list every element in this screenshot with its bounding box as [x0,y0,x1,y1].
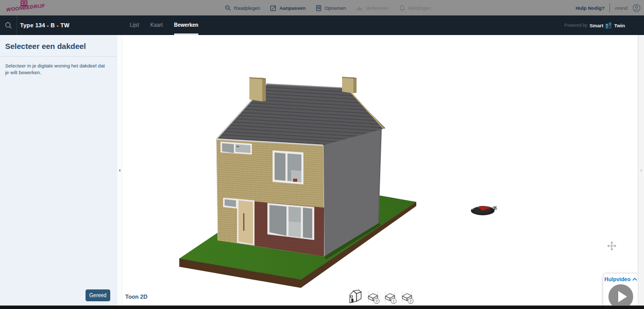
tab-kaart[interactable]: Kaart [150,15,163,35]
sidebar-heading: Selecteer een dakdeel [5,42,112,50]
done-button[interactable]: Gereed [86,289,110,301]
topbar-right: Hulp Nodig? Arend [575,0,641,15]
toggle-2d-button[interactable]: Toon 2D [125,294,147,300]
help-video-toggle[interactable]: Hulpvideo [603,276,638,282]
nav-label: Meldingen [408,5,431,11]
chevron-up-icon [632,278,637,281]
top-app-bar: WOONBEDRIJF Raadplegen Aanpassen Opnemen… [0,0,644,15]
right-panel-collapsed-strip: ‹ [638,35,644,305]
search-icon [5,22,12,29]
bottom-edge-bar [0,305,644,309]
sidebar-divider [0,56,117,57]
nav-label: Verbeteren [365,5,389,11]
nav-item-opnemen[interactable]: Opnemen [315,5,346,11]
primary-nav: Raadplegen Aanpassen Opnemen Verbeteren [225,0,431,15]
collapse-sidebar-chevron-icon[interactable]: ‹ [117,167,122,173]
floor-0-icon[interactable]: 0 [366,291,380,304]
nav-item-raadplegen[interactable]: Raadplegen [225,5,260,11]
house-3d-render[interactable] [122,35,638,305]
woonbedrijf-logo[interactable]: WOONBEDRIJF [5,0,62,15]
nav-label: Aanpassen [279,5,306,11]
clipboard-icon [315,5,322,11]
nav-item-meldingen[interactable]: Meldingen [399,5,431,11]
brand-twin: Twin [614,23,625,28]
bar-chart-icon [356,5,363,11]
viewport-3d[interactable]: Toon 2D 0 [122,35,638,305]
context-bar: Type 134 - B - TW Lijst Kaart Bewerken P… [0,15,644,35]
search-button[interactable] [0,15,17,35]
help-link[interactable]: Hulp Nodig? [575,5,604,11]
floor-badge: 0 [376,299,378,303]
play-icon [618,291,627,302]
magnifier-house-icon [225,5,231,11]
powered-by-prefix: Powered by [564,23,587,28]
help-video-card: Hulpvideo [603,273,638,305]
play-video-button[interactable] [608,284,633,305]
powered-by: Powered by Smart Twin [564,15,625,35]
tab-lijst[interactable]: Lijst [130,15,139,35]
floor-badge: 2 [410,299,412,303]
sidebar-collapse-strip: ‹ [117,35,122,305]
floor-1-icon[interactable]: 1 [383,291,397,304]
user-menu[interactable]: Arend [615,5,628,11]
view-tabs: Lijst Kaart Bewerken [130,15,198,35]
compass-widget[interactable] [471,206,497,215]
user-avatar-icon[interactable] [632,4,641,12]
floor-badge: 1 [393,299,395,303]
nav-label: Opnemen [325,5,346,11]
floor-selector: 0 1 2 [347,288,414,304]
task-sidebar: Selecteer een dakdeel Selecteer in je di… [0,35,117,305]
floor-2-icon[interactable]: 2 [400,291,414,304]
main-area: Selecteer een dakdeel Selecteer in je di… [0,35,644,305]
woonbedrijf-logo-text: WOONBEDRIJF [6,3,45,12]
nav-label: Raadplegen [234,5,260,11]
sidebar-description: Selecteer in je digitale woning het dakd… [5,63,109,76]
smart-twin-logo-icon [605,22,612,29]
brand-smart: Smart [589,23,603,28]
topbar-divider [609,3,610,12]
dwelling-type-title: Type 134 - B - TW [20,15,70,35]
nav-item-verbeteren[interactable]: Verbeteren [356,5,389,11]
move-cursor-icon [606,240,618,252]
help-video-label: Hulpvideo [604,276,631,282]
nav-item-aanpassen[interactable]: Aanpassen [270,5,306,11]
pencil-icon [270,5,277,11]
tab-bewerken[interactable]: Bewerken [174,15,198,35]
expand-right-panel-chevron-icon[interactable]: ‹ [638,167,644,173]
whole-house-view-icon[interactable] [347,288,363,304]
bell-icon [399,5,405,11]
